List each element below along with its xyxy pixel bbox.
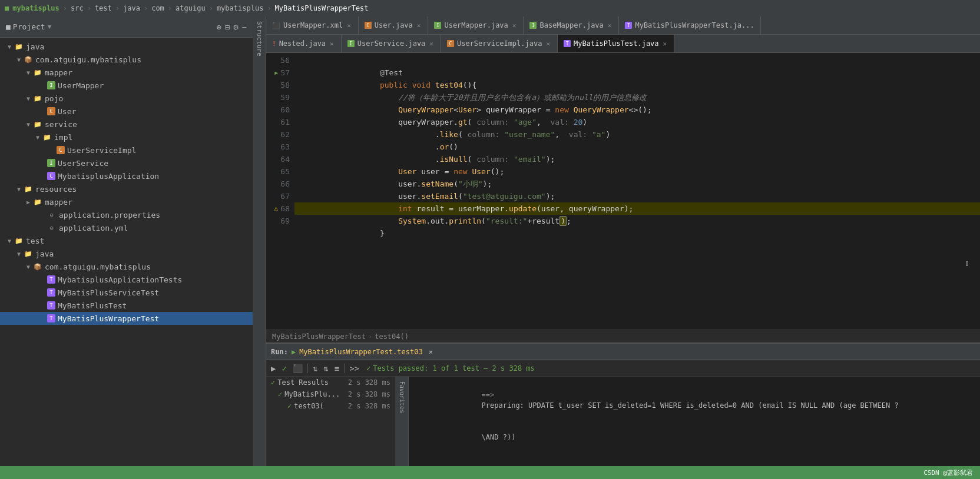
close-usermapper-xml[interactable]: ✕ [346,21,352,30]
sidebar-item-application[interactable]: C MybatisplusApplication [0,169,253,182]
sidebar-item-mapper[interactable]: ▼ 📁 mapper [0,66,253,79]
tab-basemapper[interactable]: I BaseMapper.java ✕ [524,16,619,34]
close-nested[interactable]: ✕ [329,39,335,48]
settings-icon[interactable]: ⚙ [233,22,238,32]
output-line-1: ==> Preparing: UPDATE t_user SET is_dele… [413,379,975,421]
line-66: 66 [271,178,290,190]
close-run-panel[interactable]: ✕ [429,348,433,356]
tab-nested[interactable]: ! Nested.java ✕ [266,35,342,52]
test-icon-apptests: T [47,275,55,284]
sidebar-item-app-yml[interactable]: ⚙ application.yml [0,221,253,234]
tree-arrow-pojo: ▼ [24,94,33,103]
breadcrumb-src: src [71,4,84,12]
tree-arrow-com-test: ▼ [24,262,33,271]
tree-spacer-9 [38,301,47,310]
result-time-method: 2 s 328 ms [348,402,390,410]
breadcrumb-com: com [151,4,164,12]
line-58: 58 [271,79,290,91]
tree-arrow-impl: ▼ [33,132,42,142]
line-67: 67 [271,190,290,202]
sidebar-item-com-atguigu[interactable]: ▼ 📦 com.atguigu.mybatisplus [0,53,253,66]
sidebar-item-apptests[interactable]: T MybatisplusApplicationTests [0,273,253,286]
line-57: ▶ 57 [271,66,290,79]
sidebar-item-com-test[interactable]: ▼ 📦 com.atguigu.mybatisplus [0,260,253,273]
sidebar-item-java[interactable]: ▼ 📁 java [0,40,253,53]
tree-spacer-8 [38,288,47,297]
run-stop-btn[interactable]: ⬛ [292,362,304,374]
tab-mybatisplustest[interactable]: T MyBatisPlusTest.java ✕ [558,35,674,52]
close-usermapper-java[interactable]: ✕ [511,21,518,30]
line-61: 61 [271,116,290,128]
sidebar-item-java-test[interactable]: ▼ 📁 java [0,247,253,260]
sidebar-item-servicetest[interactable]: T MyBatisPlusServiceTest [0,286,253,299]
sidebar-item-pojo[interactable]: ▼ 📁 pojo [0,92,253,105]
close-basemapper[interactable]: ✕ [607,21,613,30]
sidebar-item-resources[interactable]: ▼ 📁 resources [0,182,253,195]
tree-arrow-resources: ▼ [14,184,24,194]
run-check-btn[interactable]: ✓ [280,362,287,374]
sidebar-actions[interactable]: ⊕ ⊟ ⚙ − [216,22,247,32]
sidebar-item-app-props[interactable]: ⚙ application.properties [0,208,253,221]
tab-userservice[interactable]: I UserService.java ✕ [342,35,441,52]
sidebar-item-service[interactable]: ▼ 📁 service [0,118,253,131]
class-tab-icon-user: C [365,22,372,29]
close-userserviceimpl[interactable]: ✕ [545,39,551,48]
collapse-icon[interactable]: ⊟ [225,22,230,32]
minimize-icon[interactable]: − [242,22,247,32]
sidebar-item-test[interactable]: ▼ 📁 test [0,234,253,247]
sidebar-item-usermapper[interactable]: I UserMapper [0,79,253,92]
close-mybatisplustest[interactable]: ✕ [662,39,668,48]
status-bar: CSDN @蓝影弑君 [0,466,980,479]
tab-user-java[interactable]: C User.java ✕ [359,16,429,34]
run-filter-btn[interactable]: ⇅ [322,362,329,374]
run-sort-btn[interactable]: ⇅ [312,362,319,374]
sync-icon[interactable]: ⊕ [216,22,221,32]
test-status: ✓ Tests passed: 1 of 1 test – 2 s 328 ms [366,364,535,372]
warn-gutter-icon: ⚠ [274,202,278,215]
tab-row-1: ⬛ UserMapper.xml ✕ C User.java ✕ I UserM… [266,16,761,34]
test-icon-plustest: T [47,301,55,310]
check-icon-class: ✓ [278,390,282,398]
sidebar-tree: ▼ 📁 java ▼ 📦 com.atguigu.mybatisplus ▼ 📁… [0,38,253,466]
tab-wrappertest-1[interactable]: T MyBatisPlusWrapperTest.ja... [619,16,760,34]
sidebar-header: ■ Project ▼ ⊕ ⊟ ⚙ − [0,16,253,38]
sidebar-item-user[interactable]: C User [0,105,253,118]
toolbar-separator-2 [344,364,345,373]
favorites-tab[interactable]: Favorites [396,377,408,418]
result-label-class: MyBatisPlu... [284,390,340,398]
interface-icon-userservice: I [47,159,55,167]
run-gutter-icon[interactable]: ▶ [274,66,278,79]
tree-arrow-test: ▼ [5,236,14,245]
result-time-all: 2 s 328 ms [348,378,390,387]
code-line-56: @Test [294,54,980,66]
sidebar-item-plustest[interactable]: T MyBatisPlusTest [0,299,253,312]
sidebar-item-mapper-res[interactable]: ▶ 📁 mapper [0,195,253,208]
sidebar-item-userserviceimpl[interactable]: C UserServiceImpl [0,144,253,157]
run-result-method[interactable]: ✓ test03( 2 s 328 ms [266,400,395,412]
tab-bar-row2: ! Nested.java ✕ I UserService.java ✕ C U… [266,35,980,53]
close-user-java[interactable]: ✕ [416,21,422,30]
run-result-class[interactable]: ✓ MyBatisPlu... 2 s 328 ms [266,388,395,400]
run-result-all[interactable]: ✓ Test Results 2 s 328 ms [266,377,395,388]
run-export-btn[interactable]: ≡ [333,362,340,374]
run-prev-btn[interactable]: >> [348,362,360,374]
tab-usermapper-java[interactable]: I UserMapper.java ✕ [428,16,524,34]
close-userservice[interactable]: ✕ [428,39,435,48]
folder-icon-mapper: 📁 [33,68,42,77]
line-59: 59 [271,91,290,104]
sidebar-item-userservice[interactable]: I UserService [0,157,253,169]
run-restart-btn[interactable]: ▶ [270,362,277,374]
run-header: Run: ▶ MyBatisPlusWrapperTest.test03 ✕ [266,344,980,360]
tab-usermapper-xml[interactable]: ⬛ UserMapper.xml ✕ [266,16,359,34]
line-56: 56 [271,54,290,66]
sidebar-item-wrappertest[interactable]: T MyBatisPlusWrapperTest [0,312,253,325]
editor-breadcrumb: MyBatisPlusWrapperTest › test04() [266,330,980,342]
tab-userserviceimpl[interactable]: C UserServiceImpl.java ✕ [441,35,558,52]
line-62: 62 [271,128,290,141]
code-content[interactable]: @Test public void test04(){ //将（年龄大于20并且… [294,53,980,330]
line-68: ⚠ 68 [271,202,290,215]
structure-tab[interactable]: Structure [253,16,266,61]
sidebar-item-impl[interactable]: ▼ 📁 impl [0,131,253,144]
run-panel: Run: ▶ MyBatisPlusWrapperTest.test03 ✕ ▶… [266,342,980,466]
tree-arrow-service: ▼ [24,119,33,129]
